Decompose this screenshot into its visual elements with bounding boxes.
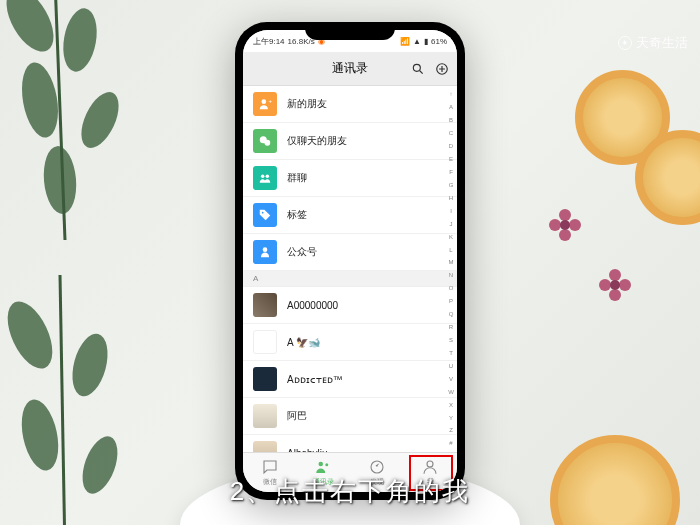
index-letter[interactable]: O <box>449 285 454 291</box>
index-letter[interactable]: M <box>449 259 454 265</box>
index-letter[interactable]: T <box>449 350 453 356</box>
row-label: 新的朋友 <box>287 97 327 111</box>
index-letter[interactable]: H <box>449 195 453 201</box>
avatar <box>253 330 277 354</box>
index-letter[interactable]: W <box>448 389 454 395</box>
index-letter[interactable]: Q <box>449 311 454 317</box>
contact-row[interactable]: A 🦅🐋 <box>243 324 457 361</box>
status-battery: 61% <box>431 37 447 46</box>
svg-point-13 <box>569 219 581 231</box>
index-letter[interactable]: I <box>450 208 452 214</box>
svg-point-14 <box>559 229 571 241</box>
index-letter[interactable]: C <box>449 130 453 136</box>
contact-name: Aᴅᴅɪᴄᴛᴇᴅ™ <box>287 374 343 385</box>
row-label: 标签 <box>287 208 307 222</box>
index-letter[interactable]: L <box>449 247 452 253</box>
phone-frame: 上午9:14 16.8K/s ◉ 📶 ▲ ▮ 61% 通讯录 +新的朋友仅聊天的… <box>235 22 465 500</box>
contact-name: 阿巴 <box>287 409 307 423</box>
index-letter[interactable]: # <box>449 440 452 446</box>
alpha-index-bar[interactable]: ↑ABCDEFGHIJKLMNOPQRSTUVWXYZ# <box>446 88 456 450</box>
decor-flower-2 <box>590 260 640 310</box>
svg-point-29 <box>264 140 270 146</box>
index-letter[interactable]: U <box>449 363 453 369</box>
index-letter[interactable]: K <box>449 234 453 240</box>
section-header: A <box>243 271 457 287</box>
svg-point-21 <box>413 64 420 71</box>
svg-point-32 <box>262 212 264 214</box>
index-letter[interactable]: N <box>449 272 453 278</box>
avatar <box>253 441 277 452</box>
add-icon[interactable] <box>435 62 449 76</box>
index-letter[interactable]: D <box>449 143 453 149</box>
index-letter[interactable]: F <box>449 169 453 175</box>
system-row-4[interactable]: 公众号 <box>243 234 457 271</box>
index-letter[interactable]: V <box>449 376 453 382</box>
nav-bar: 通讯录 <box>243 52 457 86</box>
contact-name: A 🦅🐋 <box>287 337 320 348</box>
svg-point-17 <box>599 279 611 291</box>
tag-icon <box>253 203 277 227</box>
svg-point-18 <box>619 279 631 291</box>
svg-point-1 <box>59 6 102 75</box>
svg-point-0 <box>0 0 63 59</box>
svg-text:+: + <box>269 98 273 104</box>
svg-line-22 <box>420 70 423 73</box>
status-time: 上午9:14 <box>253 36 285 47</box>
system-row-2[interactable]: 群聊 <box>243 160 457 197</box>
svg-point-12 <box>549 219 561 231</box>
index-letter[interactable]: B <box>449 117 453 123</box>
svg-point-26 <box>262 99 267 104</box>
index-letter[interactable]: Y <box>449 415 453 421</box>
wechat-icon <box>253 129 277 153</box>
group-icon <box>253 166 277 190</box>
svg-point-30 <box>261 175 265 179</box>
contact-row[interactable]: Albabyliu <box>243 435 457 452</box>
decor-flower-1 <box>540 200 590 250</box>
svg-point-34 <box>319 462 324 467</box>
svg-point-7 <box>66 330 113 400</box>
row-label: 公众号 <box>287 245 317 259</box>
index-letter[interactable]: X <box>449 402 453 408</box>
decor-orange-3 <box>550 435 680 525</box>
svg-point-11 <box>559 209 571 221</box>
svg-point-20 <box>610 280 620 290</box>
watermark-text: 天奇生活 <box>636 34 688 52</box>
svg-point-8 <box>16 396 64 473</box>
index-letter[interactable]: P <box>449 298 453 304</box>
contact-row[interactable]: 阿巴 <box>243 398 457 435</box>
svg-line-10 <box>60 275 65 525</box>
index-letter[interactable]: G <box>449 182 454 188</box>
index-letter[interactable]: R <box>449 324 453 330</box>
search-icon[interactable] <box>411 62 425 76</box>
contact-row[interactable]: A00000000 <box>243 287 457 324</box>
svg-point-15 <box>560 220 570 230</box>
svg-point-4 <box>41 145 79 216</box>
system-row-1[interactable]: 仅聊天的朋友 <box>243 123 457 160</box>
index-letter[interactable]: S <box>449 337 453 343</box>
row-label: 群聊 <box>287 171 307 185</box>
index-letter[interactable]: Z <box>449 427 453 433</box>
index-letter[interactable]: A <box>449 104 453 110</box>
svg-point-6 <box>0 295 62 375</box>
official-icon <box>253 240 277 264</box>
svg-point-19 <box>609 289 621 301</box>
decor-leaves-top <box>0 0 170 240</box>
index-letter[interactable]: ↑ <box>450 91 453 97</box>
avatar <box>253 293 277 317</box>
instruction-caption: 2、点击右下角的我 <box>230 474 470 509</box>
svg-point-16 <box>609 269 621 281</box>
system-row-0[interactable]: +新的朋友 <box>243 86 457 123</box>
svg-point-3 <box>74 86 127 153</box>
signal-icon: 📶 <box>400 37 410 46</box>
phone-notch <box>305 22 395 40</box>
row-label: 仅聊天的朋友 <box>287 134 347 148</box>
person-plus-icon: + <box>253 92 277 116</box>
index-letter[interactable]: E <box>449 156 453 162</box>
svg-point-2 <box>17 60 64 141</box>
system-row-3[interactable]: 标签 <box>243 197 457 234</box>
battery-icon: ▮ <box>424 37 428 46</box>
index-letter[interactable]: J <box>450 221 453 227</box>
contact-row[interactable]: Aᴅᴅɪᴄᴛᴇᴅ™ <box>243 361 457 398</box>
contacts-list[interactable]: +新的朋友仅聊天的朋友群聊标签公众号 A A00000000A 🦅🐋Aᴅᴅɪᴄᴛ… <box>243 86 457 452</box>
svg-point-9 <box>76 432 125 499</box>
